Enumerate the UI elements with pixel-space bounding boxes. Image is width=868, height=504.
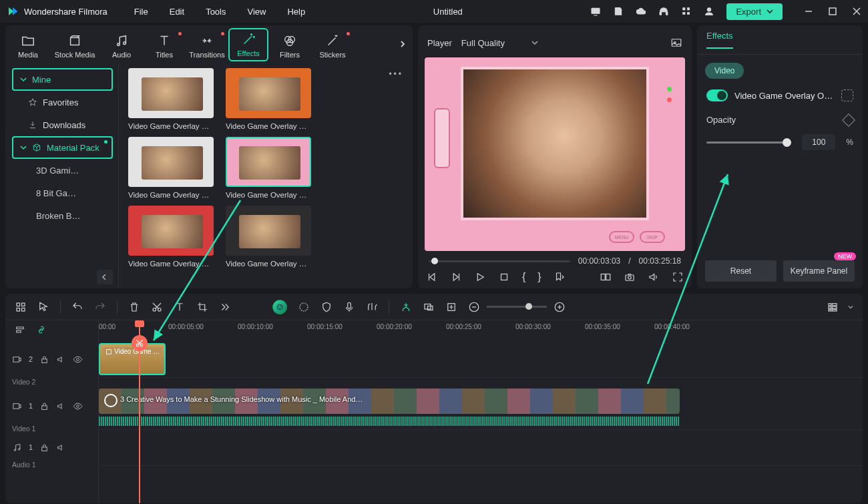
lock-icon[interactable] <box>39 443 49 453</box>
prev-frame-icon[interactable] <box>426 271 438 283</box>
timeline-tracks[interactable]: 00:00 00:00:05:00 00:00:10:00 00:00:15:0… <box>99 320 863 503</box>
library-item[interactable]: Video Game Overlay … <box>128 68 214 130</box>
tab-stock-media[interactable]: Stock Media <box>49 31 100 59</box>
pointer-icon[interactable] <box>37 301 49 313</box>
camera-icon[interactable] <box>624 271 636 283</box>
chevron-down-icon[interactable] <box>848 304 853 310</box>
track-lane-video2[interactable]: Video Game … <box>99 340 863 378</box>
mic-icon[interactable] <box>343 301 355 313</box>
delete-icon[interactable] <box>128 301 140 313</box>
audio-mix-icon[interactable] <box>366 301 378 313</box>
tab-audio[interactable]: Audio <box>100 31 143 59</box>
marker-add-icon[interactable] <box>445 301 457 313</box>
apps-icon[interactable] <box>681 6 692 17</box>
keyframe-diamond-icon[interactable] <box>842 113 855 127</box>
volume-icon[interactable] <box>648 271 660 283</box>
shield-icon[interactable] <box>320 301 333 313</box>
crop-icon[interactable] <box>196 301 208 313</box>
maximize-icon[interactable] <box>828 7 837 16</box>
player-scrubber[interactable] <box>429 260 570 262</box>
menu-file[interactable]: File <box>134 7 148 17</box>
ai-avatar-icon[interactable] <box>272 300 287 314</box>
library-item[interactable]: Video Game Overlay … <box>226 206 311 268</box>
overlap-icon[interactable] <box>423 301 435 313</box>
list-view-icon[interactable] <box>827 301 839 313</box>
sidebar-sub-0[interactable]: 3D Gami… <box>12 159 113 182</box>
fullscreen-icon[interactable] <box>672 271 684 283</box>
keyframe-panel-button[interactable]: Keyframe Panel <box>783 260 855 282</box>
save-icon[interactable] <box>613 6 624 17</box>
sidebar-sub-1[interactable]: 8 Bit Ga… <box>12 182 113 204</box>
next-frame-icon[interactable] <box>450 271 462 283</box>
compare-icon[interactable] <box>600 271 612 283</box>
align-icon[interactable] <box>15 324 25 335</box>
more-tools-icon[interactable] <box>219 301 231 313</box>
track-header-video1[interactable]: 1 <box>5 387 98 425</box>
library-item[interactable]: Video Game Overlay … <box>226 68 311 130</box>
snapshot-icon[interactable] <box>670 37 682 49</box>
tab-media[interactable]: Media <box>7 31 49 59</box>
headphones-icon[interactable] <box>658 6 669 17</box>
sidebar-mine[interactable]: Mine <box>12 68 113 91</box>
marker-menu-icon[interactable] <box>554 271 566 283</box>
grid-icon[interactable] <box>15 301 27 313</box>
effect-toggle[interactable] <box>706 89 728 101</box>
library-item-selected[interactable]: Video Game Overlay … <box>226 137 311 199</box>
zoom-out-icon[interactable] <box>468 301 480 313</box>
color-wheel-icon[interactable] <box>298 301 310 313</box>
track-header-video2[interactable]: 2 <box>5 340 98 378</box>
eye-icon[interactable] <box>73 401 83 411</box>
sidebar-favorites[interactable]: Favorites <box>12 91 113 113</box>
menu-view[interactable]: View <box>247 7 266 17</box>
mute-icon[interactable] <box>56 443 66 453</box>
track-lane-video1[interactable]: 3 Creative Ways to Make a Stunning Slide… <box>99 387 863 430</box>
link-icon[interactable] <box>36 324 47 335</box>
track-header-audio1[interactable]: 1 <box>5 434 98 461</box>
sidebar-material-pack[interactable]: Material Pack <box>12 136 113 159</box>
text-tool-icon[interactable] <box>174 301 186 313</box>
stop-icon[interactable] <box>498 271 510 283</box>
lock-icon[interactable] <box>39 401 49 411</box>
cut-icon[interactable] <box>151 301 163 313</box>
library-item[interactable]: Video Game Overlay … <box>128 206 214 268</box>
track-lane-audio1[interactable] <box>99 439 863 466</box>
sidebar-sub-2[interactable]: Broken B… <box>12 204 113 227</box>
cloud-icon[interactable] <box>636 6 646 17</box>
fit-icon[interactable] <box>841 89 853 101</box>
razor-handle[interactable] <box>132 335 148 351</box>
tab-effects[interactable]: Effects <box>228 28 268 61</box>
menu-tools[interactable]: Tools <box>206 7 226 17</box>
tab-stickers[interactable]: Stickers <box>311 31 354 59</box>
timeline-ruler[interactable]: 00:00 00:00:05:00 00:00:10:00 00:00:15:0… <box>99 320 863 340</box>
magnet-icon[interactable] <box>400 301 412 313</box>
export-button[interactable]: Export <box>726 3 783 20</box>
reset-button[interactable]: Reset <box>705 260 777 282</box>
grid-more-icon[interactable]: ••• <box>389 69 403 79</box>
clip-video2[interactable]: Video Game … <box>99 343 166 375</box>
lock-icon[interactable] <box>39 354 49 364</box>
zoom-in-icon[interactable] <box>554 301 566 313</box>
fx-tab-effects[interactable]: Effects <box>706 31 733 49</box>
menu-edit[interactable]: Edit <box>170 7 184 17</box>
fx-category-video[interactable]: Video <box>705 63 744 79</box>
sidebar-downloads[interactable]: Downloads <box>12 113 113 136</box>
preview-viewport[interactable]: MENU SKIP <box>425 57 685 251</box>
sidebar-collapse[interactable] <box>97 270 113 284</box>
undo-icon[interactable] <box>71 301 83 313</box>
quality-selector[interactable]: Full Quality <box>461 38 541 48</box>
opacity-value[interactable]: 100 <box>802 134 835 150</box>
menu-help[interactable]: Help <box>287 7 305 17</box>
minimize-icon[interactable] <box>804 7 813 16</box>
library-item[interactable]: Video Game Overlay … <box>128 137 214 199</box>
timeline-zoom[interactable] <box>468 301 566 313</box>
clip-video1[interactable]: 3 Creative Ways to Make a Stunning Slide… <box>99 389 680 414</box>
mark-in-icon[interactable]: { <box>522 271 525 283</box>
mute-icon[interactable] <box>56 354 66 364</box>
eye-icon[interactable] <box>73 354 83 364</box>
mute-icon[interactable] <box>56 401 66 411</box>
mark-out-icon[interactable]: } <box>537 271 541 283</box>
playhead[interactable] <box>139 320 140 503</box>
tab-filters[interactable]: Filters <box>268 31 311 59</box>
tabs-scroll-right[interactable] <box>395 37 410 51</box>
tab-titles[interactable]: Titles <box>143 31 186 59</box>
